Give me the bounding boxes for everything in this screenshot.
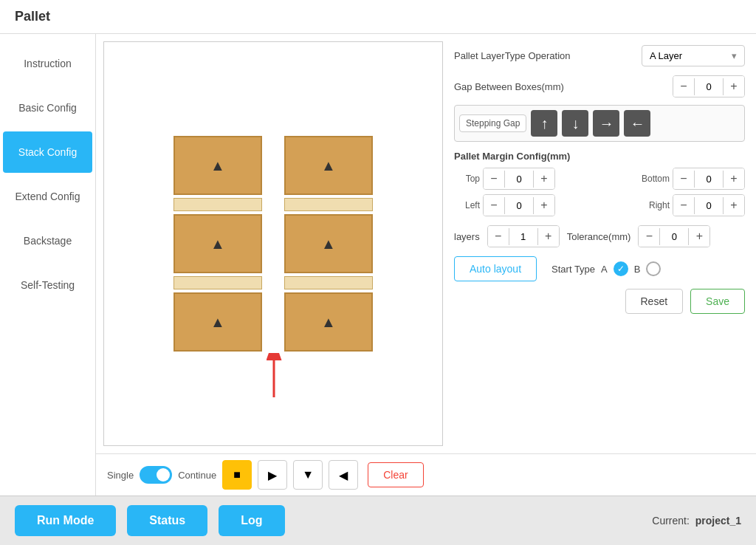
left-margin-item: Left − 0 + xyxy=(454,194,597,216)
canvas-area xyxy=(103,41,443,446)
tolerance-plus-btn[interactable]: + xyxy=(689,226,709,247)
gap-between-value: 0 xyxy=(694,78,724,95)
right-input-group: − 0 + xyxy=(673,194,745,216)
start-type-b-label: B xyxy=(634,264,641,275)
footer: Run Mode Status Log Current: project_1 xyxy=(0,496,756,545)
sidebar-item-backstage[interactable]: Backstage xyxy=(3,220,92,261)
start-type-b-radio[interactable] xyxy=(646,261,661,276)
pallet-spacer xyxy=(173,276,262,289)
layers-plus-btn[interactable]: + xyxy=(538,226,559,247)
layers-value: 1 xyxy=(509,228,538,245)
stepping-right-btn[interactable]: → xyxy=(593,110,619,137)
layers-input-group: − 1 + xyxy=(487,225,560,247)
gap-between-input-group: − 0 + xyxy=(673,75,745,97)
top-minus-btn[interactable]: − xyxy=(484,168,504,189)
bottom-value: 0 xyxy=(694,171,724,188)
tool-btn-left[interactable]: ◀ xyxy=(329,460,358,490)
top-plus-btn[interactable]: + xyxy=(534,168,554,189)
current-label: Current: project_1 xyxy=(652,515,741,527)
layer-type-row: Pallet LayerType Operation A Layer ▾ xyxy=(454,45,745,66)
content-area: Pallet LayerType Operation A Layer ▾ Gap… xyxy=(96,34,756,496)
bottom-input-group: − 0 + xyxy=(673,168,745,190)
bottom-minus-btn[interactable]: − xyxy=(673,168,694,189)
layers-label: layers xyxy=(454,231,480,242)
left-margin-label: Left xyxy=(454,200,480,210)
pallet-box xyxy=(284,214,373,273)
chevron-down-icon: ▾ xyxy=(732,50,737,61)
start-type-a-label: A xyxy=(601,264,608,275)
pallet-box xyxy=(173,292,262,352)
top-value: 0 xyxy=(504,171,534,188)
bottom-toolbar: Single Continue ■ ▶ ▼ ◀ Clear xyxy=(96,453,756,496)
sidebar: Instruction Basic Config Stack Config Ex… xyxy=(0,34,96,496)
tolerance-minus-btn[interactable]: − xyxy=(639,226,659,247)
margin-config-title: Pallet Margin Config(mm) xyxy=(454,151,745,162)
left-minus-btn[interactable]: − xyxy=(484,195,504,216)
bottom-plus-btn[interactable]: + xyxy=(724,168,744,189)
annotation-arrow xyxy=(252,353,296,405)
tool-btn-square[interactable]: ■ xyxy=(222,460,252,490)
pallet-box xyxy=(173,136,262,195)
sidebar-item-extend-config[interactable]: Extend Config xyxy=(3,176,92,217)
tool-btn-down[interactable]: ▼ xyxy=(293,460,323,490)
right-margin-label: Right xyxy=(644,200,670,210)
top-input-group: − 0 + xyxy=(483,168,555,190)
single-toggle[interactable] xyxy=(140,466,172,484)
stepping-down-btn[interactable]: ↓ xyxy=(562,110,588,137)
run-mode-button[interactable]: Run Mode xyxy=(15,505,116,536)
right-minus-btn[interactable]: − xyxy=(673,195,694,216)
auto-layout-button[interactable]: Auto layout xyxy=(454,256,537,281)
tolerance-input-group: − 0 + xyxy=(638,225,710,247)
layers-minus-btn[interactable]: − xyxy=(488,226,509,247)
right-margin-item: Right − 0 + xyxy=(602,194,745,216)
page-title: Pallet xyxy=(15,9,50,24)
left-plus-btn[interactable]: + xyxy=(534,195,554,216)
right-panel: Pallet LayerType Operation A Layer ▾ Gap… xyxy=(450,41,749,446)
layer-type-dropdown[interactable]: A Layer ▾ xyxy=(642,45,745,66)
bottom-margin-item: Bottom − 0 + xyxy=(602,168,745,190)
pallet-box xyxy=(284,292,373,352)
stepping-up-btn[interactable]: ↑ xyxy=(531,110,557,137)
left-value: 0 xyxy=(504,197,534,214)
continue-label: Continue xyxy=(178,470,216,481)
right-plus-btn[interactable]: + xyxy=(724,195,744,216)
main-content: Instruction Basic Config Stack Config Ex… xyxy=(0,34,756,496)
tolerance-value: 0 xyxy=(659,228,689,245)
margin-grid: Top − 0 + Bottom − 0 xyxy=(454,168,745,216)
gap-between-minus-btn[interactable]: − xyxy=(673,76,694,97)
gap-between-plus-btn[interactable]: + xyxy=(724,76,744,97)
stepping-left-btn[interactable]: ← xyxy=(624,110,650,137)
start-type-a-radio[interactable] xyxy=(614,261,628,276)
tool-btn-play[interactable]: ▶ xyxy=(258,460,287,490)
sidebar-item-self-testing[interactable]: Self-Testing xyxy=(3,264,92,306)
current-text: Current: xyxy=(652,515,690,527)
pallet-box xyxy=(284,136,373,195)
save-button[interactable]: Save xyxy=(690,289,745,314)
sidebar-item-stack-config[interactable]: Stack Config xyxy=(3,131,92,173)
reset-button[interactable]: Reset xyxy=(625,289,684,314)
bottom-margin-label: Bottom xyxy=(642,174,670,184)
gap-between-row: Gap Between Boxes(mm) − 0 + xyxy=(454,75,745,97)
start-type-label: Start Type xyxy=(551,264,595,275)
layer-type-value: A Layer xyxy=(650,50,682,61)
left-input-group: − 0 + xyxy=(483,194,555,216)
page-header: Pallet xyxy=(0,0,756,34)
sidebar-item-basic-config[interactable]: Basic Config xyxy=(3,87,92,128)
stepping-gap-section: Stepping Gap ↑ ↓ → ← xyxy=(454,105,745,142)
tolerance-label: Tolerance(mm) xyxy=(567,231,631,242)
auto-layout-row: Auto layout Start Type A B xyxy=(454,256,745,281)
sidebar-item-instruction[interactable]: Instruction xyxy=(3,43,92,84)
pallet-box xyxy=(173,214,262,273)
content-body: Pallet LayerType Operation A Layer ▾ Gap… xyxy=(96,34,756,453)
top-margin-item: Top − 0 + xyxy=(454,168,597,190)
current-project: project_1 xyxy=(695,515,741,527)
status-button[interactable]: Status xyxy=(127,505,207,536)
right-value: 0 xyxy=(694,197,724,214)
pallet-spacer xyxy=(173,198,262,211)
pallet-column-right xyxy=(284,136,373,352)
log-button[interactable]: Log xyxy=(219,505,284,536)
gap-between-label: Gap Between Boxes(mm) xyxy=(454,81,673,92)
top-margin-label: Top xyxy=(454,174,480,184)
clear-button[interactable]: Clear xyxy=(368,462,423,487)
pallet-column-left xyxy=(173,136,262,352)
